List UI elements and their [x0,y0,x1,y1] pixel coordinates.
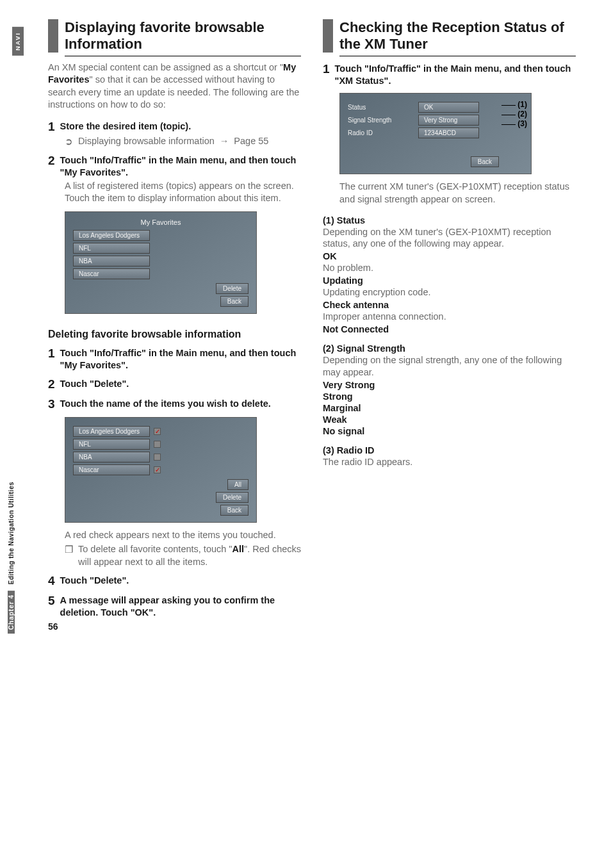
p3-body: The radio ID appears. [323,456,576,468]
d3-note-text: To delete all favorite contents, touch "… [78,543,301,568]
fig2-all-button[interactable]: All [227,479,248,490]
fig2-back-button[interactable]: Back [220,505,248,516]
step-1-num: 1 [48,120,55,134]
fig2-item-0-label: Los Angeles Dodgers [79,428,140,435]
del-step-3: 3 Touch the name of the items you wish t… [48,398,301,411]
bullet-arrow-icon: ➲ [65,135,73,148]
section-title-right: Checking the Reception Status of the XM … [339,19,576,56]
antenna-title: Check antenna [323,300,576,310]
signal-value: Very Strong [418,115,479,126]
navi-label: NAVI [12,27,24,56]
page-number: 56 [48,621,58,632]
ss-weak: Weak [323,414,576,425]
r1-num: 1 [323,63,330,76]
del-step-4: 4 Touch "Delete". [48,575,301,588]
fig2-item-3[interactable]: Nascar [73,464,150,475]
callout-2: (2) [501,110,527,119]
radioid-label: Radio ID [348,129,418,136]
bullet-text-b: Page 55 [234,136,268,146]
right-column: Checking the Reception Status of the XM … [323,19,576,620]
check-icon [154,441,161,448]
del-step-2: 2 Touch "Delete". [48,378,301,391]
step-2: 2 Touch "Info/Traffic" in the Main menu,… [48,154,301,179]
ok-title: OK [323,251,576,261]
ss-nosignal: No signal [323,426,576,436]
fig1-item-0[interactable]: Los Angeles Dodgers [73,230,150,241]
updating-title: Updating [323,275,576,286]
d3-text: Touch the name of the items you wish to … [60,398,301,410]
d3-num: 3 [48,398,55,411]
status-label: Status [348,104,418,111]
fig2-item-2[interactable]: NBA [73,452,150,463]
right-arrow-icon: → [220,135,229,148]
r1-text: Touch "Info/Traffic" in the Main menu, a… [335,63,576,87]
figure-xm-status: StatusOK Signal StrengthVery Strong Radi… [339,93,576,174]
section-title-left: Displaying favorite browsable Informatio… [65,19,301,56]
radioid-value: 1234ABCD [418,127,479,138]
p2-title: (2) Signal Strength [323,343,576,354]
fig1-back-button[interactable]: Back [220,296,248,307]
d3-note: ❐ To delete all favorite contents, touch… [65,543,301,568]
d2-text: Touch "Delete". [60,378,301,390]
step-1-bullet: ➲ Displaying browsable information → Pag… [65,135,301,148]
ss-verystrong: Very Strong [323,380,576,390]
figure-my-favorites: My Favorites Los Angeles Dodgers NFL NBA… [65,211,301,314]
step-2-body: A list of registered items (topics) appe… [65,180,301,205]
d5-num: 5 [48,594,55,608]
util-label: Editing the Navigation Utilities [8,482,15,584]
fig2-delete-button[interactable]: Delete [216,492,248,503]
step-2-num: 2 [48,154,55,168]
fig1-item-2[interactable]: NBA [73,256,150,266]
note-box-icon: ❐ [65,543,73,568]
signal-label: Signal Strength [348,117,418,124]
ss-marginal: Marginal [323,403,576,413]
check-icon-red [154,428,161,435]
d4-text: Touch "Delete". [60,575,301,587]
left-column: Displaying favorite browsable Informatio… [48,19,301,620]
status-value: OK [418,102,479,113]
step-2-text: Touch "Info/Traffic" in the Main menu, a… [60,154,301,179]
fig2-item-3-label: Nascar [79,466,99,473]
fig2-item-0[interactable]: Los Angeles Dodgers [73,426,150,437]
fig2-item-1-label: NFL [79,441,91,448]
side-tab-navi: NAVI [0,27,35,56]
fig1-item-3[interactable]: Nascar [73,268,150,279]
intro-paragraph: An XM special content can be assigned as… [48,61,301,111]
d3-body: A red check appears next to the items yo… [65,529,301,542]
d2-num: 2 [48,378,55,391]
check-icon [154,454,161,461]
d4-num: 4 [48,575,55,588]
step-1: 1 Store the desired item (topic). [48,120,301,134]
fig1-item-1[interactable]: NFL [73,243,150,254]
fig1-title: My Favorites [73,218,248,226]
d1-text: Touch "Info/Traffic" in the Main menu, a… [60,347,301,372]
p3-title: (3) Radio ID [323,445,576,455]
d3-note-bold: All [232,544,245,554]
figr-back-button[interactable]: Back [471,156,499,167]
callout-3: (3) [501,119,527,129]
notconnected-title: Not Connected [323,324,576,334]
fig1-delete-button[interactable]: Delete [216,283,248,294]
intro-a: An XM special content can be assigned as… [48,62,283,72]
subheading-deleting: Deleting favorite browsable information [48,328,301,341]
ok-body: No problem. [323,262,576,274]
fig2-item-2-label: NBA [79,454,92,461]
p1-body: Depending on the XM tuner's (GEX-P10XMT)… [323,226,576,250]
chapter-label: Chapter 4 [8,591,15,634]
del-step-5: 5 A message will appear asking you to co… [48,594,301,619]
fig2-item-1[interactable]: NFL [73,439,150,450]
r-step-1: 1 Touch "Info/Traffic" in the Main menu,… [323,63,576,87]
r1-body: The current XM tuner's (GEX-P10XMT) rece… [339,181,576,206]
callout-1: (1) [501,100,527,110]
d1-num: 1 [48,347,55,361]
bullet-text-a: Displaying browsable information [78,136,215,146]
p1-title: (1) Status [323,215,576,225]
bullet-text: Displaying browsable information → Page … [78,135,301,148]
ss-strong: Strong [323,391,576,402]
antenna-body: Improper antenna connection. [323,311,576,323]
d3-note-a: To delete all favorite contents, touch " [78,544,232,554]
del-step-1: 1 Touch "Info/Traffic" in the Main menu,… [48,347,301,372]
d5-text: A message will appear asking you to conf… [60,594,301,619]
check-icon-red [154,466,161,473]
updating-body: Updating encryption code. [323,286,576,299]
